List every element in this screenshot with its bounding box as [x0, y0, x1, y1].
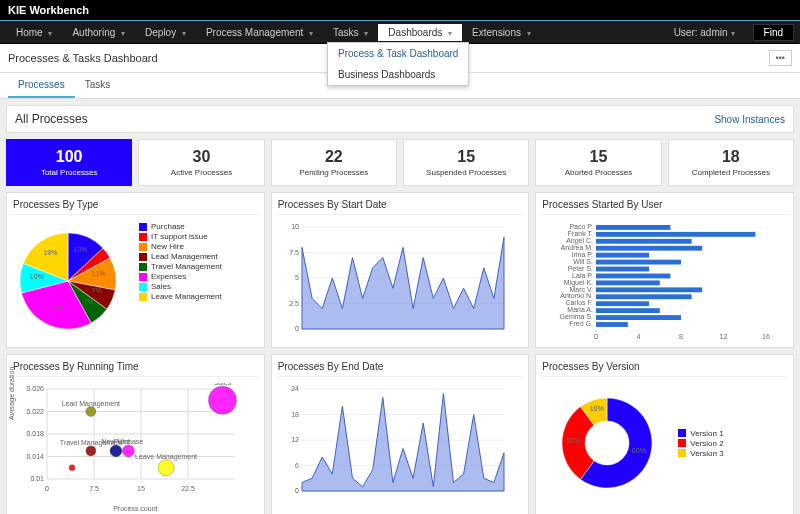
- svg-point-72: [86, 446, 96, 456]
- menu-home[interactable]: Home ▾: [6, 24, 62, 41]
- svg-rect-39: [596, 301, 649, 306]
- svg-text:15: 15: [137, 485, 145, 492]
- svg-rect-29: [596, 267, 649, 272]
- svg-point-74: [110, 445, 122, 457]
- svg-text:10: 10: [291, 223, 299, 230]
- svg-text:11%: 11%: [92, 270, 106, 277]
- svg-text:6: 6: [295, 462, 299, 469]
- svg-text:29%: 29%: [49, 304, 63, 311]
- chevron-down-icon: ▾: [448, 29, 452, 38]
- stat-card[interactable]: 100Total Processes: [6, 139, 132, 186]
- chevron-down-icon: ▾: [527, 29, 531, 38]
- svg-text:0.01: 0.01: [30, 475, 44, 482]
- stat-card[interactable]: 18Completed Processes: [668, 139, 794, 186]
- svg-point-78: [158, 460, 174, 476]
- panel-title: Processes By Start Date: [278, 199, 523, 215]
- svg-rect-27: [596, 260, 681, 265]
- panel-processes-by-user: Processes Started By User Paco P.Frank T…: [535, 192, 794, 348]
- chevron-down-icon: ▾: [364, 29, 368, 38]
- stat-card[interactable]: 22Pending Processes: [271, 139, 397, 186]
- svg-point-82: [69, 465, 75, 471]
- panel-processes-by-end-date: Processes By End Date 06121824: [271, 354, 530, 514]
- svg-rect-37: [596, 294, 692, 299]
- chevron-down-icon: ▾: [48, 29, 52, 38]
- dashboards-dropdown: Process & Task DashboardBusiness Dashboa…: [327, 42, 469, 86]
- panel-title: Processes By Type: [13, 199, 258, 215]
- tab-tasks[interactable]: Tasks: [75, 73, 121, 98]
- legend-item: Version 1: [678, 429, 723, 438]
- svg-text:12: 12: [720, 333, 728, 340]
- legend-item: Sales: [139, 282, 222, 291]
- menu-deploy[interactable]: Deploy ▾: [135, 24, 196, 41]
- svg-text:10%: 10%: [590, 405, 604, 412]
- stat-number: 30: [143, 148, 259, 166]
- pie-chart: 13%11%7%7%29%10%19%: [13, 221, 133, 341]
- panel-processes-by-type: Processes By Type 13%11%7%7%29%10%19% Pu…: [6, 192, 265, 348]
- chevron-down-icon: ▾: [309, 29, 313, 38]
- svg-text:Sales: Sales: [214, 383, 232, 386]
- stat-card[interactable]: 30Active Processes: [138, 139, 264, 186]
- svg-rect-21: [596, 239, 692, 244]
- svg-text:24: 24: [291, 385, 299, 392]
- menu-authoring[interactable]: Authoring ▾: [62, 24, 135, 41]
- dropdown-item[interactable]: Process & Task Dashboard: [328, 43, 468, 64]
- svg-rect-43: [596, 315, 681, 320]
- svg-point-70: [86, 407, 96, 417]
- panel-title: Processes By End Date: [278, 361, 523, 377]
- svg-text:4: 4: [637, 333, 641, 340]
- legend-item: New Hire: [139, 242, 222, 251]
- bar-chart: Paco P.Frank T.Angel C.Andrea M.Irina P.…: [542, 221, 772, 341]
- panel-processes-by-version: Processes By Version 60%30%10% Version 1…: [535, 354, 794, 514]
- svg-text:0.026: 0.026: [26, 385, 44, 392]
- panel-title: Processes By Version: [542, 361, 787, 377]
- dropdown-item[interactable]: Business Dashboards: [328, 64, 468, 85]
- stat-number: 22: [276, 148, 392, 166]
- settings-icon[interactable]: •••: [769, 50, 792, 66]
- stat-card[interactable]: 15Suspended Processes: [403, 139, 529, 186]
- svg-rect-33: [596, 280, 660, 285]
- chevron-down-icon: ▾: [182, 29, 186, 38]
- svg-rect-41: [596, 308, 660, 313]
- stat-label: Aborted Processes: [540, 168, 656, 177]
- svg-text:7%: 7%: [92, 287, 102, 294]
- stats-row: 100Total Processes30Active Processes22Pe…: [6, 139, 794, 186]
- user-menu[interactable]: User: admin▾: [664, 24, 745, 41]
- page-header: All Processes Show Instances: [6, 105, 794, 133]
- stat-label: Total Processes: [11, 168, 127, 177]
- svg-text:16: 16: [762, 333, 770, 340]
- legend-item: Version 3: [678, 449, 723, 458]
- stat-label: Suspended Processes: [408, 168, 524, 177]
- x-axis-label: Process count: [13, 505, 258, 512]
- menu-tasks[interactable]: Tasks ▾: [323, 24, 378, 41]
- svg-text:7.5: 7.5: [289, 249, 299, 256]
- svg-text:13%: 13%: [73, 246, 87, 253]
- panel-title: Processes Started By User: [542, 199, 787, 215]
- svg-text:0: 0: [45, 485, 49, 492]
- svg-text:0.014: 0.014: [26, 453, 44, 460]
- scatter-chart: 07.51522.50.010.0140.0180.0220.026Lead M…: [13, 383, 243, 493]
- tab-processes[interactable]: Processes: [8, 73, 75, 98]
- svg-text:0.018: 0.018: [26, 430, 44, 437]
- svg-text:7.5: 7.5: [89, 485, 99, 492]
- chevron-down-icon: ▾: [121, 29, 125, 38]
- menu-dashboards[interactable]: Dashboards ▾: [378, 24, 462, 41]
- panel-processes-by-start-date: Processes By Start Date 02.557.510: [271, 192, 530, 348]
- legend-item: Expenses: [139, 272, 222, 281]
- svg-rect-25: [596, 253, 649, 258]
- legend-item: Leave Management: [139, 292, 222, 301]
- find-button[interactable]: Find: [753, 24, 794, 41]
- svg-rect-17: [596, 225, 670, 230]
- menu-process-management[interactable]: Process Management ▾: [196, 24, 323, 41]
- svg-text:0: 0: [295, 487, 299, 494]
- y-axis-label: Average duration: [8, 367, 15, 420]
- svg-text:60%: 60%: [632, 447, 646, 454]
- svg-text:30%: 30%: [567, 437, 581, 444]
- svg-text:0.022: 0.022: [26, 408, 44, 415]
- svg-text:8: 8: [679, 333, 683, 340]
- show-instances-link[interactable]: Show Instances: [714, 114, 785, 125]
- stat-card[interactable]: 15Aborted Processes: [535, 139, 661, 186]
- menu-extensions[interactable]: Extensions ▾: [462, 24, 541, 41]
- legend: PurchaseIT support issueNew HireLead Man…: [139, 221, 222, 341]
- area-chart: 06121824: [278, 383, 508, 503]
- legend-item: IT support issue: [139, 232, 222, 241]
